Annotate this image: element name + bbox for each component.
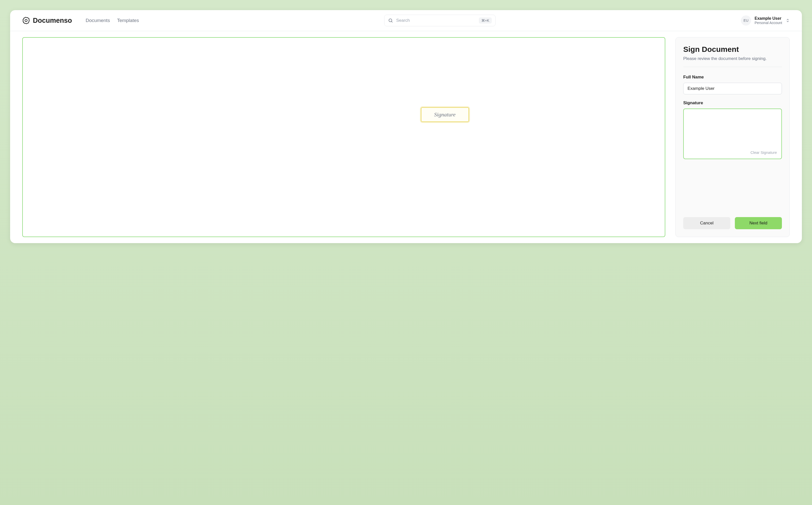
signature-group: Signature Clear Signature [683,101,782,159]
brand-name: Documenso [33,17,72,24]
svg-point-0 [25,19,27,22]
user-info: Example User Personal Account [755,16,782,25]
search-container: ⌘+K [147,15,733,26]
app-container: Documenso Documents Templates ⌘+K EU Exa… [10,10,802,243]
search-shortcut: ⌘+K [479,17,492,23]
full-name-group: Full Name [683,74,782,95]
search-input[interactable] [396,18,475,23]
search-box[interactable]: ⌘+K [384,15,495,26]
header: Documenso Documents Templates ⌘+K EU Exa… [10,10,802,31]
nav: Documents Templates [86,18,139,23]
sidebar-subtitle: Please review the document before signin… [683,56,782,61]
signature-label: Signature [683,101,782,106]
full-name-input[interactable] [683,83,782,95]
chevron-updown-icon [786,18,790,22]
main: Signature Sign Document Please review th… [10,31,802,243]
sidebar-divider [683,67,782,67]
signature-field[interactable]: Signature [421,107,469,122]
brand[interactable]: Documenso [22,17,72,24]
user-menu[interactable]: EU Example User Personal Account [741,15,790,26]
sidebar-title: Sign Document [683,45,782,54]
search-icon [388,18,393,23]
sidebar-actions: Cancel Next field [683,217,782,229]
full-name-label: Full Name [683,74,782,80]
svg-point-1 [389,19,392,22]
nav-documents[interactable]: Documents [86,18,110,23]
clear-signature-button[interactable]: Clear Signature [751,150,777,155]
signature-field-label: Signature [434,111,455,118]
brand-icon [22,17,30,24]
next-field-button[interactable]: Next field [735,217,782,229]
nav-templates[interactable]: Templates [117,18,139,23]
cancel-button[interactable]: Cancel [683,217,730,229]
document-viewer[interactable]: Signature [22,37,665,237]
avatar: EU [741,15,751,26]
svg-line-2 [391,21,392,22]
sign-sidebar: Sign Document Please review the document… [675,37,790,237]
user-name: Example User [755,16,782,21]
signature-pad[interactable]: Clear Signature [683,109,782,159]
user-account: Personal Account [755,21,782,25]
